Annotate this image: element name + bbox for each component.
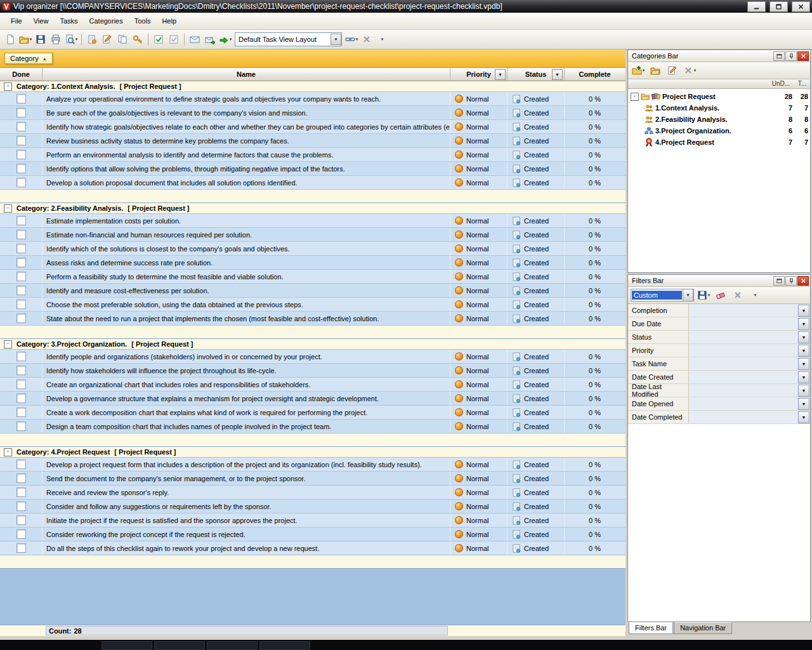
open-database-button[interactable]: ▾ (18, 32, 33, 46)
column-header-complete[interactable]: Complete (565, 68, 625, 81)
task-row[interactable]: Develop a project request form that incl… (0, 458, 625, 472)
category-tree-item[interactable]: 1.Context Analysis.77 (628, 102, 810, 114)
task-row[interactable]: Create a work decomposition chart that e… (0, 406, 625, 420)
save-filter-button[interactable]: ▾ (696, 288, 711, 302)
task-checkbox[interactable] (16, 352, 26, 361)
more-options-button[interactable]: ▾ (374, 32, 390, 46)
task-row[interactable]: Identify how strategic goals/objectives … (0, 120, 625, 134)
task-checkbox[interactable] (16, 314, 26, 323)
task-checkbox[interactable] (16, 258, 26, 267)
save-database-button[interactable] (33, 32, 48, 46)
task-checkbox[interactable] (16, 136, 26, 145)
delete-category-button[interactable]: ▾ (682, 63, 697, 77)
column-header-status[interactable]: Status ▼ (508, 68, 565, 81)
taskbar-item[interactable] (259, 641, 310, 650)
filter-value-dropdown[interactable]: ▼ (689, 397, 810, 410)
print-button[interactable] (48, 32, 63, 46)
task-checkbox[interactable] (16, 460, 26, 469)
task-checkbox[interactable] (16, 164, 26, 173)
task-row[interactable]: Design a team composition chart that inc… (0, 420, 625, 434)
assign-task-button[interactable] (130, 32, 145, 46)
panel-pin-icon[interactable] (785, 276, 797, 286)
task-row[interactable]: Receive and review the sponsor's reply.N… (0, 486, 625, 500)
panel-maximize-icon[interactable] (773, 51, 785, 61)
task-checkbox[interactable] (16, 94, 26, 103)
menu-tools[interactable]: Tools (129, 15, 157, 27)
task-checkbox[interactable] (16, 380, 26, 389)
task-row[interactable]: Identify options that allow solving the … (0, 162, 625, 176)
receive-by-email-button[interactable] (202, 32, 218, 46)
status-filter-dropdown[interactable]: ▼ (552, 69, 563, 80)
dropdown-arrow-icon[interactable]: ▼ (798, 305, 809, 317)
attach-layout-button[interactable]: ▾ (344, 32, 359, 46)
column-header-name[interactable]: Name (43, 68, 450, 81)
new-task-button[interactable] (84, 32, 100, 46)
task-checkbox[interactable] (16, 300, 26, 309)
taskbar-item[interactable] (154, 641, 205, 650)
panel-close-icon[interactable] (797, 51, 809, 61)
category-tree-item[interactable]: 4.Project Request77 (628, 136, 810, 148)
menu-help[interactable]: Help (156, 15, 182, 27)
delete-layout-button[interactable] (359, 32, 374, 46)
clear-filter-button[interactable] (713, 288, 728, 302)
taskbar-item[interactable] (102, 641, 152, 650)
task-checkbox[interactable] (16, 543, 26, 553)
task-row[interactable]: Choose the most preferable solution, usi… (0, 298, 625, 312)
task-row[interactable]: Send the document to the company's senio… (0, 472, 625, 486)
task-checkbox[interactable] (16, 244, 26, 253)
task-checkbox[interactable] (16, 408, 26, 417)
dropdown-arrow-icon[interactable]: ▼ (798, 331, 809, 343)
task-row[interactable]: Estimate implementation costs per soluti… (0, 214, 625, 228)
task-row[interactable]: Consider reworking the project concept i… (0, 527, 625, 541)
task-row[interactable]: State about the need to run a project th… (0, 312, 625, 326)
task-row[interactable]: Develop a solution proposal document tha… (0, 176, 625, 190)
category-tree-item[interactable]: 3.Project Organization.66 (628, 125, 810, 136)
edit-task-button[interactable] (100, 32, 115, 46)
filter-value-dropdown[interactable]: ▼ (689, 384, 810, 397)
task-checkbox[interactable] (16, 286, 26, 295)
filter-value-dropdown[interactable]: ▼ (689, 331, 810, 343)
task-row[interactable]: Consider and follow any suggestions or r… (0, 500, 625, 514)
filter-value-dropdown[interactable]: ▼ (689, 371, 810, 383)
menu-view[interactable]: View (28, 15, 55, 27)
dropdown-arrow-icon[interactable]: ▼ (798, 318, 809, 330)
close-button[interactable] (792, 1, 810, 12)
priority-filter-dropdown[interactable]: ▼ (495, 69, 506, 80)
edit-category-button[interactable] (665, 63, 680, 77)
task-checkbox[interactable] (16, 501, 26, 511)
panel-pin-icon[interactable] (785, 51, 797, 61)
collapse-group-icon[interactable]: - (4, 83, 12, 91)
taskbar-item[interactable] (207, 641, 258, 650)
tab-navigation-bar[interactable]: Navigation Bar (674, 622, 732, 634)
dropdown-arrow-icon[interactable]: ▼ (798, 371, 809, 383)
task-row[interactable]: Assess risks and determine success rate … (0, 256, 625, 270)
task-row[interactable]: Perform a feasibility study to determine… (0, 270, 625, 284)
task-checkbox[interactable] (16, 421, 26, 431)
tab-filters-bar[interactable]: Filters Bar (629, 622, 673, 634)
task-checkbox[interactable] (16, 529, 26, 539)
category-tree-item[interactable]: 2.Feasibility Analysis.88 (628, 114, 810, 125)
print-preview-button[interactable]: ▾ (63, 32, 79, 46)
task-row[interactable]: Analyze your operational environment to … (0, 92, 625, 106)
task-row[interactable]: Identify and measure cost-effectiveness … (0, 284, 625, 298)
panel-close-icon[interactable] (797, 276, 809, 286)
task-row[interactable]: Estimate non-financial and human resourc… (0, 228, 625, 242)
filter-value-dropdown[interactable]: ▼ (689, 357, 810, 370)
task-row[interactable]: Create an organizational chart that incl… (0, 378, 625, 392)
task-row[interactable]: Review business activity status to deter… (0, 134, 625, 148)
panel-maximize-icon[interactable] (773, 276, 785, 286)
task-checkbox[interactable] (16, 515, 26, 525)
menu-categories[interactable]: Categories (84, 15, 129, 27)
maximize-button[interactable] (769, 1, 788, 12)
task-checkbox[interactable] (16, 474, 26, 483)
filter-preset-combobox[interactable]: Custom ▾ (631, 289, 694, 302)
task-checkbox[interactable] (16, 230, 26, 239)
task-checkbox[interactable] (16, 150, 26, 159)
task-checkbox[interactable] (16, 366, 26, 375)
new-database-button[interactable] (3, 32, 18, 46)
collapse-group-icon[interactable]: - (4, 448, 12, 456)
task-row[interactable]: Identify people and organizations (stake… (0, 350, 625, 364)
minimize-button[interactable] (747, 1, 766, 12)
collapse-group-icon[interactable]: - (4, 204, 12, 213)
new-subcategory-button[interactable] (648, 63, 663, 77)
